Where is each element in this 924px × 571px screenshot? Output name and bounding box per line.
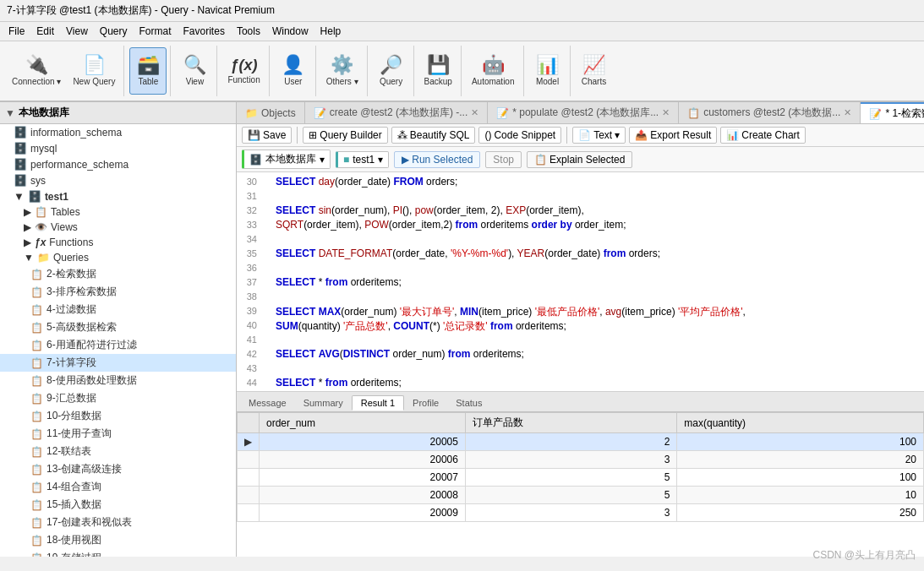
menu-tools[interactable]: Tools xyxy=(232,24,265,39)
category-label: Functions xyxy=(49,237,93,248)
query-item-8[interactable]: 📋10-分组数据 xyxy=(0,407,236,425)
tab-customers-test2[interactable]: 📋 customers @test2 (本地数据... ✕ xyxy=(679,102,861,123)
result-tab-profile[interactable]: Profile xyxy=(404,396,447,410)
menu-edit[interactable]: Edit xyxy=(31,24,59,39)
line-number: 43 xyxy=(237,362,264,373)
function-button[interactable]: ƒ(x) Function xyxy=(222,47,265,95)
query-item-16[interactable]: 📋19-存储过程 xyxy=(0,549,236,557)
line-number: 35 xyxy=(237,247,264,258)
db-performance-schema[interactable]: 🗄️ performance_schema xyxy=(0,156,236,172)
explain-selected-button[interactable]: 📋 Explain Selected xyxy=(527,151,632,168)
create-chart-button[interactable]: 📊 Create Chart xyxy=(720,127,806,144)
toolbar-separator xyxy=(297,127,298,144)
query-item-4[interactable]: 📋6-用通配符进行过滤 xyxy=(0,336,236,354)
category-functions[interactable]: ▶ ƒx Functions xyxy=(0,235,236,250)
table-button[interactable]: 🗃️ Table xyxy=(129,47,167,95)
result-tabs: Message Summary Result 1 Profile Status xyxy=(237,392,924,412)
menu-query[interactable]: Query xyxy=(95,24,133,39)
code-snippet-button[interactable]: () Code Snippet xyxy=(478,127,561,144)
tab-objects[interactable]: 📁 Objects xyxy=(237,102,305,123)
run-selected-button[interactable]: ▶ Run Selected xyxy=(394,151,480,168)
db-information-schema[interactable]: 🗄️ information_schema xyxy=(0,124,236,140)
export-result-button[interactable]: 📤 Export Result xyxy=(629,127,717,144)
query-builder-button[interactable]: ⊞ Query Builder xyxy=(303,127,387,144)
result-tab-status[interactable]: Status xyxy=(447,396,490,410)
query-item-2[interactable]: 📋4-过滤数据 xyxy=(0,301,236,318)
backup-label: Backup xyxy=(424,77,452,86)
query-item-13[interactable]: 📋15-插入数据 xyxy=(0,496,236,514)
charts-button[interactable]: 📈 Charts xyxy=(576,47,613,95)
menu-window[interactable]: Window xyxy=(267,24,314,39)
tab-close[interactable]: ✕ xyxy=(844,107,851,118)
db-selector: 🗄️ 本地数据库 ▾ ■ test1 ▾ ▶ Run Selected Stop… xyxy=(237,147,924,172)
db-sys[interactable]: 🗄️ sys xyxy=(0,172,236,188)
line-content: SUM(quantity) '产品总数', COUNT(*) '总记录数' fr… xyxy=(276,319,924,334)
text-icon: 📄 xyxy=(578,129,591,141)
db-mysql[interactable]: 🗄️ mysql xyxy=(0,140,236,156)
sql-line-31: 31 xyxy=(237,190,924,204)
query-item-3[interactable]: 📋5-高级数据检索 xyxy=(0,318,236,336)
tab-close[interactable]: ✕ xyxy=(471,107,478,118)
query-item-7[interactable]: 📋9-汇总数据 xyxy=(0,389,236,407)
query-item-10[interactable]: 📋12-联结表 xyxy=(0,443,236,460)
line-number: 36 xyxy=(237,262,264,273)
category-tables[interactable]: ▶ 📋 Tables xyxy=(0,204,236,220)
sql-editor[interactable]: 30SELECT day(order_date) FROM orders;313… xyxy=(237,172,924,392)
query-item-11[interactable]: 📋13-创建高级连接 xyxy=(0,460,236,478)
db-icon: 🗄️ xyxy=(14,142,27,155)
menu-file[interactable]: File xyxy=(3,24,30,39)
tab-create-test2[interactable]: 📝 create @test2 (本地数据库) -... ✕ xyxy=(305,102,489,123)
query-item-0[interactable]: 📋2-检索数据 xyxy=(0,265,236,283)
db-dropdown[interactable]: 🗄️ 本地数据库 ▾ xyxy=(242,150,331,169)
query-item-12[interactable]: 📋14-组合查询 xyxy=(0,478,236,496)
sql-line-44: 44SELECT * from orderitems; xyxy=(237,377,924,391)
sidebar-root-label: 本地数据库 xyxy=(19,106,69,120)
result-table-container[interactable]: order_num订单产品数max(quantity)▶200052100200… xyxy=(237,412,924,557)
db-icon: 🗄️ xyxy=(249,154,262,166)
explain-icon: 📋 xyxy=(534,154,547,166)
view-button[interactable]: 🔍 View xyxy=(176,47,213,95)
result-tab-message[interactable]: Message xyxy=(240,396,295,410)
query-button[interactable]: 🔎 Query xyxy=(373,47,410,95)
table-dropdown[interactable]: ■ test1 ▾ xyxy=(336,151,389,168)
new-query-button[interactable]: 📄 New Query xyxy=(68,47,120,95)
save-button[interactable]: 💾 Save xyxy=(242,127,292,144)
query-item-1[interactable]: 📋3-排序检索数据 xyxy=(0,283,236,301)
line-number: 42 xyxy=(237,348,264,359)
text-button[interactable]: 📄 Text ▾ xyxy=(572,127,626,144)
query-item-15[interactable]: 📋18-使用视图 xyxy=(0,531,236,549)
automation-button[interactable]: 🤖 Automation xyxy=(467,47,520,95)
line-number: 41 xyxy=(237,334,264,345)
sidebar: ▼ 本地数据库 🗄️ information_schema 🗄️ mysql 🗄… xyxy=(0,102,237,557)
tab-close[interactable]: ✕ xyxy=(662,107,670,118)
backup-button[interactable]: 💾 Backup xyxy=(419,47,457,95)
category-views[interactable]: ▶ 👁️ Views xyxy=(0,220,236,235)
menu-favorites[interactable]: Favorites xyxy=(178,24,230,39)
table-row: ▶200052100 xyxy=(238,433,924,451)
user-button[interactable]: 👤 User xyxy=(275,47,312,95)
connection-button[interactable]: 🔌 Connection ▾ xyxy=(7,47,66,95)
code-snippet-icon: () xyxy=(484,129,491,141)
query-item-5[interactable]: 📋7-计算字段 xyxy=(0,354,236,372)
db-icon: 🗄️ xyxy=(14,126,27,139)
query-item-6[interactable]: 📋8-使用函数处理数据 xyxy=(0,372,236,389)
category-queries[interactable]: ▼ 📁 Queries xyxy=(0,250,236,265)
model-button[interactable]: 📊 Model xyxy=(529,47,566,95)
tab-search-data[interactable]: 📝 * 1-检索数据 @tes... ✕ xyxy=(861,102,924,123)
db-test1[interactable]: ▼ 🗄️ test1 xyxy=(0,188,236,204)
menu-view[interactable]: View xyxy=(61,24,93,39)
result-tab-summary[interactable]: Summary xyxy=(295,396,352,410)
tab-populate-test2[interactable]: 📝 * populate @test2 (本地数据库... ✕ xyxy=(488,102,679,123)
menu-format[interactable]: Format xyxy=(134,24,177,39)
stop-button[interactable]: Stop xyxy=(485,151,522,168)
menu-help[interactable]: Help xyxy=(315,24,347,39)
others-button[interactable]: ⚙️ Others ▾ xyxy=(321,47,364,95)
result-tab-result1[interactable]: Result 1 xyxy=(352,395,404,411)
table-cell-3-0: 20008 xyxy=(260,487,466,504)
db-icon: 🗄️ xyxy=(14,174,27,187)
query-icon: 📋 xyxy=(30,499,43,511)
beautify-sql-button[interactable]: ⁂ Beautify SQL xyxy=(391,127,476,144)
query-item-14[interactable]: 📋17-创建表和视似表 xyxy=(0,514,236,531)
query-item-9[interactable]: 📋11-使用子查询 xyxy=(0,425,236,443)
table-cell-0-0: 20005 xyxy=(260,433,466,451)
